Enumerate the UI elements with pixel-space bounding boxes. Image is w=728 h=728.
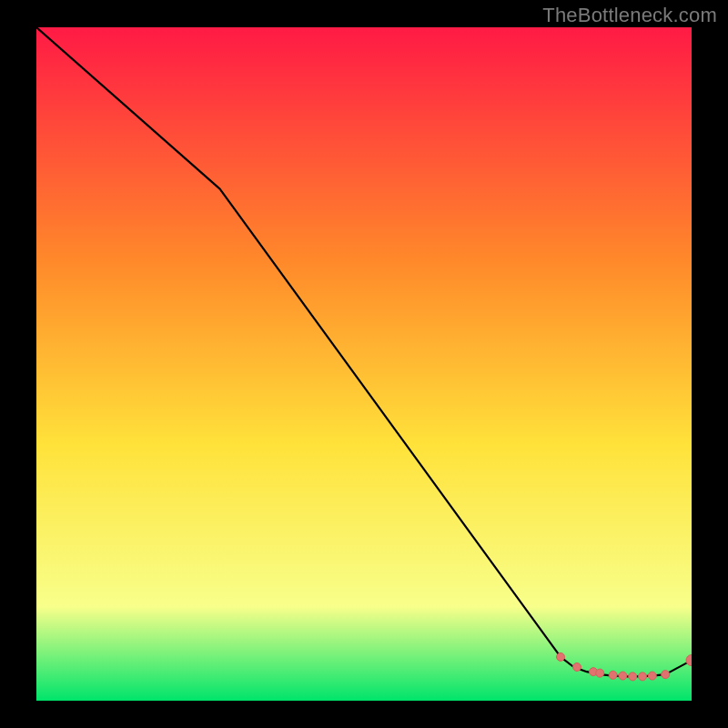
highlight-point: [573, 663, 581, 672]
plot-area: [36, 27, 692, 701]
chart-frame: TheBottleneck.com: [0, 0, 728, 728]
highlight-point: [596, 669, 604, 677]
highlight-point: [648, 672, 656, 680]
highlight-point: [662, 671, 670, 679]
gradient-background: [36, 27, 692, 701]
highlight-point: [557, 652, 565, 661]
highlight-point: [629, 672, 637, 681]
highlight-point: [609, 671, 617, 679]
highlight-point: [619, 672, 627, 680]
watermark-text: TheBottleneck.com: [542, 4, 717, 27]
highlight-point: [639, 672, 647, 681]
chart-svg: [36, 27, 692, 701]
